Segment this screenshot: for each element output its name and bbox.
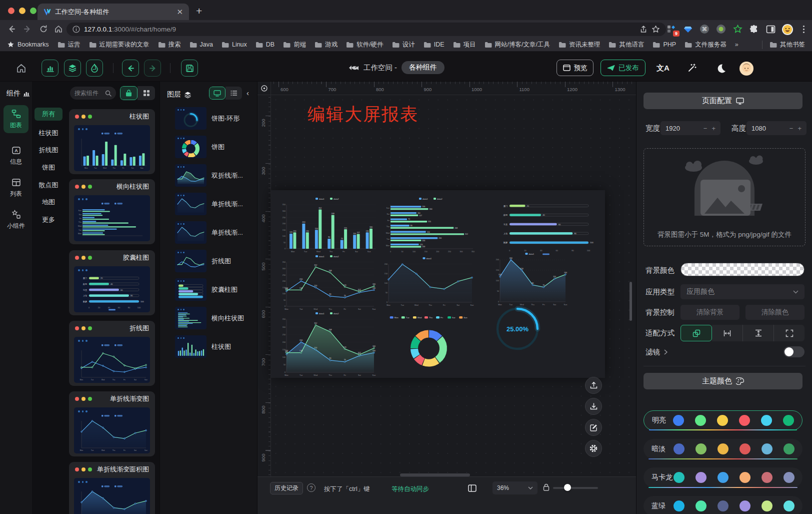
component-store-toggle[interactable] bbox=[120, 86, 138, 100]
category-item[interactable]: 饼图 bbox=[42, 163, 55, 172]
bookmark-folder[interactable]: 搜索 bbox=[158, 41, 181, 49]
bookmark-folder[interactable]: Java bbox=[190, 41, 213, 49]
site-info-icon[interactable] bbox=[72, 26, 80, 33]
close-window-button[interactable] bbox=[8, 8, 14, 14]
bookmark-folder[interactable]: 项目 bbox=[453, 41, 476, 49]
tab-close-icon[interactable]: ✕ bbox=[176, 8, 183, 16]
grid-view-toggle[interactable] bbox=[138, 86, 155, 100]
layer-item[interactable]: 单折线渐... bbox=[175, 221, 256, 244]
dark-mode-moon-icon[interactable] bbox=[714, 61, 728, 75]
home-icon[interactable] bbox=[53, 24, 64, 35]
bookmark-folder[interactable]: 运营 bbox=[58, 41, 80, 49]
layer-thumbnail-view[interactable] bbox=[209, 87, 226, 100]
url-bar[interactable]: 127.0.0.1 :3000/#/chart/home/9 bbox=[66, 23, 666, 36]
back-icon[interactable] bbox=[6, 24, 17, 35]
layer-item[interactable]: 柱状图 bbox=[175, 335, 256, 358]
category-item[interactable]: 更多 bbox=[42, 215, 55, 224]
help-icon[interactable]: ? bbox=[307, 483, 316, 492]
category-item[interactable]: 散点图 bbox=[39, 181, 58, 190]
width-minus-button[interactable]: − bbox=[704, 125, 708, 132]
canvas-chart-pie[interactable]: MonTueWedThuFriSatSun bbox=[350, 314, 508, 374]
clear-color-button[interactable]: 清除颜色 bbox=[746, 305, 804, 320]
extension-icon[interactable]: 9 bbox=[666, 24, 677, 35]
zoom-slider-track[interactable] bbox=[553, 487, 598, 489]
bookmark-folder[interactable]: Linux bbox=[222, 41, 247, 49]
sidebar-item-4[interactable]: 小组件 bbox=[4, 206, 28, 234]
profile-avatar[interactable] bbox=[782, 24, 792, 35]
category-item[interactable]: 柱状图 bbox=[39, 129, 58, 138]
canvas-chart-gradient-area[interactable]: data15010015020001202001508070110130MonT… bbox=[492, 252, 568, 307]
export-button[interactable] bbox=[585, 377, 602, 394]
reload-icon[interactable] bbox=[38, 24, 49, 35]
category-item[interactable]: 所有 bbox=[34, 108, 62, 121]
bookmark-folder[interactable]: 资讯未整理 bbox=[558, 41, 600, 49]
app-type-select[interactable]: 应用颜色 bbox=[680, 284, 804, 299]
history-button[interactable]: 历史记录 bbox=[270, 482, 303, 494]
height-plus-button[interactable]: + bbox=[798, 125, 802, 132]
component-card[interactable]: 折线图MonTueWedThuFriSatSun bbox=[69, 321, 155, 386]
side-panel-icon[interactable] bbox=[765, 24, 776, 35]
bookmarks-manager[interactable]: Bookmarks bbox=[7, 41, 49, 49]
component-card[interactable]: 横向柱状图SunSatFriThuWedTueMon bbox=[69, 179, 155, 244]
bookmark-folder[interactable]: 网站/博客/文章/工具 bbox=[484, 41, 550, 49]
detail-tool-button[interactable] bbox=[86, 60, 103, 77]
layer-item[interactable]: 横向柱状图 bbox=[175, 307, 256, 329]
component-card[interactable]: 单折线渐变图MonTueWedThuFriSatSun bbox=[69, 391, 155, 456]
bookmark-folder[interactable]: 设计 bbox=[392, 41, 415, 49]
sidebar-item-3[interactable]: 列表 bbox=[4, 174, 28, 202]
recorder-extension-icon[interactable] bbox=[716, 24, 726, 35]
category-item[interactable]: 地图 bbox=[42, 198, 55, 207]
background-color-swatch[interactable] bbox=[680, 263, 804, 276]
canvas-text-component[interactable]: 编辑大屏报表 bbox=[308, 103, 418, 126]
bookmark-folder[interactable]: DB bbox=[256, 41, 274, 49]
edit-button[interactable] bbox=[585, 419, 602, 436]
other-bookmarks[interactable]: 其他书签 bbox=[762, 41, 805, 49]
height-minus-button[interactable]: − bbox=[790, 125, 794, 132]
vertical-scrollbar[interactable] bbox=[630, 282, 632, 321]
theme-option-row[interactable]: 蓝绿 bbox=[644, 496, 802, 514]
undo-button[interactable] bbox=[122, 60, 139, 77]
share-icon[interactable] bbox=[640, 26, 648, 34]
preview-button[interactable]: 预览 bbox=[556, 60, 594, 76]
fit-width-option[interactable] bbox=[712, 325, 742, 341]
user-avatar[interactable] bbox=[739, 61, 753, 75]
bookmark-star-icon[interactable] bbox=[652, 25, 660, 34]
bookmark-folder[interactable]: 前端 bbox=[283, 41, 306, 49]
component-card[interactable]: 单折线渐变面积图MonTueWedThuFriSatSun bbox=[69, 462, 155, 514]
bookmark-folder[interactable]: 游戏 bbox=[314, 41, 338, 49]
ruler-toggle-eye-icon[interactable] bbox=[258, 82, 271, 95]
minimize-window-button[interactable] bbox=[19, 8, 26, 14]
canvas-chart-progress-ring[interactable]: 25.00% bbox=[492, 304, 542, 354]
layer-item[interactable]: 胶囊柱图 bbox=[175, 278, 256, 301]
sidebar-item-2[interactable]: A信息 bbox=[4, 142, 28, 170]
canvas-chart-bar[interactable]: data1data2501001502002503003500120200150… bbox=[279, 197, 377, 254]
layer-item[interactable]: 折线图 bbox=[175, 250, 256, 272]
maximize-window-button[interactable] bbox=[30, 8, 36, 14]
bookmark-folder[interactable]: 软件/硬件 bbox=[346, 41, 383, 49]
layer-item[interactable]: 双折线渐... bbox=[175, 164, 256, 187]
layer-item[interactable]: 饼图 bbox=[175, 136, 256, 158]
theme-option-row[interactable]: 马卡龙 bbox=[644, 467, 802, 487]
language-icon[interactable]: 文A bbox=[656, 61, 670, 75]
new-tab-button[interactable]: + bbox=[196, 5, 202, 17]
magic-wand-icon[interactable] bbox=[685, 61, 699, 75]
fit-scale-option[interactable] bbox=[680, 325, 712, 341]
bookmark-folder[interactable]: 其他语言 bbox=[608, 41, 644, 49]
fit-stretch-option[interactable] bbox=[774, 325, 804, 341]
puzzle-icon[interactable] bbox=[748, 24, 760, 35]
canvas-chart-capsule[interactable]: 厦门20南阳40北京60上海80新疆100020406080100 bbox=[494, 198, 598, 255]
zoom-slider-thumb[interactable] bbox=[564, 484, 571, 491]
filter-toggle[interactable] bbox=[784, 346, 804, 357]
bookmarks-overflow[interactable]: » bbox=[735, 41, 738, 48]
project-name-pill[interactable]: 各种组件 bbox=[402, 61, 444, 74]
redo-button[interactable] bbox=[144, 60, 161, 77]
background-upload-dropzone[interactable]: 背景图需小于 5M，格式为 png/jpg/gif 的文件 bbox=[644, 148, 806, 246]
sidebar-item-1[interactable]: 图表 bbox=[4, 105, 28, 133]
browser-tab[interactable]: 工作空间-各种组件 ✕ bbox=[38, 4, 189, 20]
forward-icon[interactable] bbox=[22, 24, 33, 35]
layout-panel-icon[interactable] bbox=[466, 482, 479, 494]
command-extension-icon[interactable]: ⌘ bbox=[699, 24, 710, 35]
fit-height-option[interactable] bbox=[742, 325, 774, 341]
search-input[interactable] bbox=[70, 87, 116, 100]
publish-button[interactable]: 已发布 bbox=[600, 60, 646, 76]
